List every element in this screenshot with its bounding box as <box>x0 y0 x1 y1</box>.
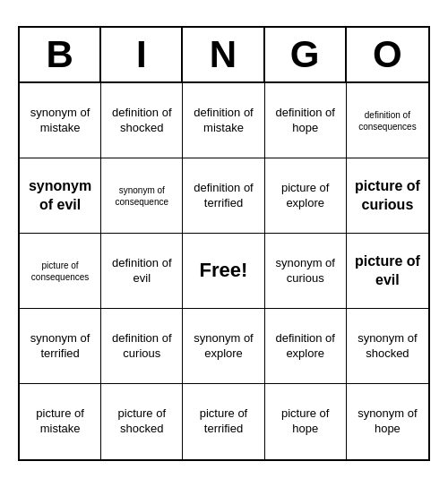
bingo-cell-22: picture of terrified <box>183 384 264 459</box>
bingo-cell-13: synonym of curious <box>265 234 347 309</box>
bingo-cell-20: picture of mistake <box>20 384 101 459</box>
bingo-cell-21: picture of shocked <box>101 384 183 459</box>
bingo-cell-12: Free! <box>183 234 264 309</box>
header-letter-n: N <box>183 28 264 81</box>
bingo-cell-7: definition of terrified <box>183 158 264 234</box>
bingo-cell-23: picture of hope <box>265 384 347 459</box>
header-letter-i: I <box>101 28 183 81</box>
bingo-cell-16: definition of curious <box>101 309 183 384</box>
bingo-cell-2: definition of mistake <box>183 83 264 158</box>
bingo-cell-11: definition of evil <box>101 234 183 309</box>
bingo-cell-24: synonym of hope <box>347 384 428 459</box>
bingo-card: BINGO synonym of mistakedefinition of sh… <box>18 26 430 461</box>
bingo-cell-3: definition of hope <box>265 83 347 158</box>
bingo-cell-5: synonym of evil <box>20 158 101 234</box>
bingo-cell-6: synonym of consequence <box>101 158 183 234</box>
bingo-cell-15: synonym of terrified <box>20 309 101 384</box>
bingo-cell-0: synonym of mistake <box>20 83 101 158</box>
bingo-cell-4: definition of consequences <box>347 83 428 158</box>
bingo-cell-19: synonym of shocked <box>347 309 428 384</box>
bingo-cell-1: definition of shocked <box>101 83 183 158</box>
bingo-cell-17: synonym of explore <box>183 309 264 384</box>
header-letter-o: O <box>347 28 428 81</box>
bingo-cell-9: picture of curious <box>347 158 428 234</box>
bingo-cell-10: picture of consequences <box>20 234 101 309</box>
bingo-header: BINGO <box>20 28 428 83</box>
header-letter-b: B <box>20 28 101 81</box>
bingo-grid: synonym of mistakedefinition of shockedd… <box>20 83 428 459</box>
bingo-cell-8: picture of explore <box>265 158 347 234</box>
bingo-cell-18: definition of explore <box>265 309 347 384</box>
bingo-cell-14: picture of evil <box>347 234 428 309</box>
header-letter-g: G <box>265 28 347 81</box>
